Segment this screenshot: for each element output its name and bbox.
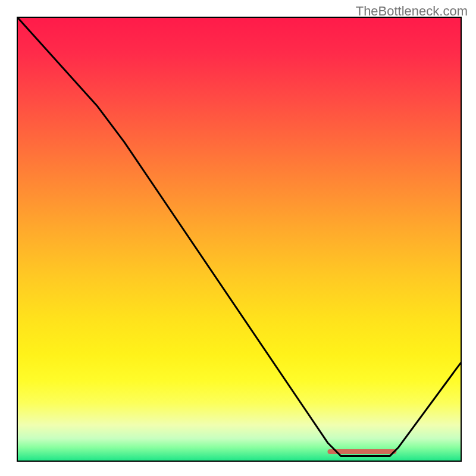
watermark-text: TheBottleneck.com — [356, 4, 468, 19]
data-curve — [18, 18, 461, 456]
chart-svg — [18, 18, 461, 461]
chart-plot-area — [17, 17, 462, 462]
